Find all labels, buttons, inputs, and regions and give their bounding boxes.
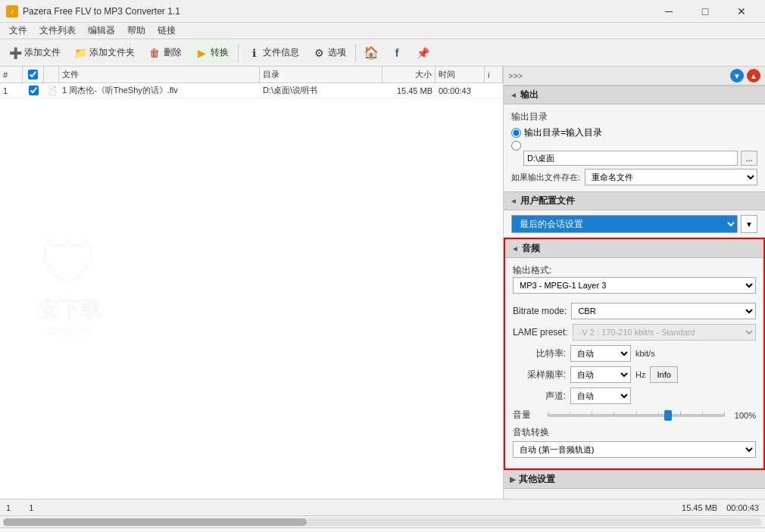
audio-title: 音频	[522, 242, 540, 255]
track-row: 音轨转换 自动 (第一音频轨道)	[513, 426, 756, 462]
volume-slider-thumb[interactable]	[664, 410, 672, 421]
convert-label: 转换	[211, 46, 229, 59]
file-info-icon: ℹ	[248, 47, 260, 59]
dir-input-field[interactable]	[523, 151, 738, 166]
browse-button[interactable]: ...	[741, 151, 757, 166]
maximize-button[interactable]: □	[688, 0, 723, 23]
home-button[interactable]: 🏠	[359, 42, 383, 64]
row-checkbox[interactable]	[29, 86, 39, 95]
track-select[interactable]: 自动 (第一音频轨道)	[513, 441, 756, 458]
row-time: 00:00:43	[436, 83, 485, 98]
other-title: 其他设置	[519, 473, 555, 486]
output-arrow: ◄	[510, 91, 517, 99]
other-header[interactable]: ▶ 其他设置	[504, 470, 765, 489]
sample-unit: Hz	[635, 370, 645, 379]
menu-file[interactable]: 文件	[3, 23, 33, 39]
watermark: 🛡 安下载 anxz.com	[38, 235, 101, 336]
add-folder-button[interactable]: 📁 添加文件夹	[68, 42, 141, 64]
menu-filelist[interactable]: 文件列表	[33, 23, 82, 39]
col-header-dir: 目录	[260, 67, 382, 82]
sample-label: 采样频率:	[513, 369, 566, 381]
panel-scroll-down[interactable]: ▼	[730, 69, 744, 82]
facebook-icon: f	[391, 47, 403, 59]
add-file-button[interactable]: ➕ 添加文件	[3, 42, 67, 64]
panel-top-bar: >>> ▼ ▲	[504, 67, 765, 86]
col-header-check[interactable]	[23, 67, 44, 82]
toolbar: ➕ 添加文件 📁 添加文件夹 🗑 删除 ▶ 转换 ℹ 文件信息 ⚙ 选项 🏠 f…	[0, 39, 765, 67]
radio-same-dir[interactable]: 输出目录=输入目录	[511, 126, 757, 139]
radio-custom-dir-input[interactable]	[511, 141, 521, 151]
bitrate-unit: kbit/s	[635, 349, 655, 358]
panel-arrows: >>>	[508, 71, 523, 80]
bitrate-mode-select[interactable]: CBR	[571, 303, 756, 319]
lame-select[interactable]: -V 2 : 170-210 kbit/s - Standard	[573, 324, 756, 341]
facebook-button[interactable]: f	[385, 42, 409, 64]
status-count1: 1	[6, 503, 11, 512]
profile-select-row: 最后的会话设置 ▼	[511, 215, 757, 233]
channel-select[interactable]: 自动	[570, 387, 631, 404]
horizontal-scrollbar[interactable]	[0, 515, 765, 527]
info-button[interactable]: Info	[650, 366, 677, 383]
convert-icon: ▶	[195, 47, 208, 59]
table-header: # 文件 目录 大小 时间 i	[0, 67, 503, 83]
profile-header[interactable]: ◄ 用户配置文件	[504, 191, 765, 210]
track-label: 音轨转换	[513, 426, 756, 439]
profile-select[interactable]: 最后的会话设置	[511, 215, 738, 233]
file-info-button[interactable]: ℹ 文件信息	[242, 42, 305, 64]
menu-help[interactable]: 帮助	[121, 23, 151, 39]
convert-button[interactable]: ▶ 转换	[189, 42, 235, 64]
volume-row: 音量	[513, 409, 756, 422]
profile-dropdown-button[interactable]: ▼	[741, 215, 757, 233]
format-select[interactable]: MP3 - MPEG-1 Layer 3	[513, 277, 756, 294]
options-button[interactable]: ⚙ 选项	[307, 42, 352, 64]
table-row[interactable]: 1 📄 1 周杰伦-《听TheShy的话》.flv D:\桌面\说明书 15.4…	[0, 83, 503, 98]
exist-row: 如果输出文件存在: 重命名文件	[511, 169, 757, 185]
col-header-icon	[44, 67, 59, 82]
output-header[interactable]: ◄ 输出	[504, 86, 765, 104]
delete-label: 删除	[164, 46, 182, 59]
output-body: 输出目录 输出目录=输入目录 ... 如果输出文件存在:	[504, 104, 765, 191]
audio-header[interactable]: ◄ 音频	[505, 239, 763, 258]
dir-label: 输出目录	[511, 110, 548, 123]
audio-body: 输出格式: MP3 - MPEG-1 Layer 3 Bitrate mode:…	[505, 258, 763, 468]
delete-icon: 🗑	[148, 47, 161, 59]
sample-select[interactable]: 自动	[570, 366, 631, 383]
right-panel: >>> ▼ ▲ ◄ 输出 输出目录 输出目录=输入目录	[504, 67, 765, 499]
output-section: ◄ 输出 输出目录 输出目录=输入目录	[504, 86, 765, 191]
add-folder-label: 添加文件夹	[89, 46, 135, 59]
bitrate-select[interactable]: 自动	[570, 345, 631, 362]
bottom-status-bar: Metadata - Copy metadata from source fil…	[0, 527, 765, 532]
row-num: 1	[0, 83, 23, 98]
lame-row: LAME preset: -V 2 : 170-210 kbit/s - Sta…	[513, 324, 756, 341]
exist-select[interactable]: 重命名文件	[585, 169, 757, 185]
row-check[interactable]	[23, 83, 44, 98]
minimize-button[interactable]: ─	[651, 0, 686, 23]
options-icon: ⚙	[313, 47, 325, 59]
radio-same-dir-input[interactable]	[511, 128, 521, 138]
status-size: 15.45 MB	[682, 503, 717, 512]
menu-editor[interactable]: 编辑器	[82, 23, 121, 39]
row-filename: 1 周杰伦-《听TheShy的话》.flv	[59, 83, 260, 98]
window-title: Pazera Free FLV to MP3 Converter 1.1	[23, 6, 651, 17]
toolbar-sep-1	[238, 44, 239, 62]
radio-custom-dir[interactable]	[511, 141, 757, 151]
col-header-name: 文件	[59, 67, 260, 82]
pin-button[interactable]: 📌	[411, 42, 435, 64]
close-button[interactable]: ✕	[724, 0, 759, 23]
home-icon: 🏠	[365, 47, 377, 59]
row-dir: D:\桌面\说明书	[260, 83, 382, 98]
delete-button[interactable]: 🗑 删除	[142, 42, 188, 64]
dir-input-row: ...	[523, 151, 757, 166]
profile-section: ◄ 用户配置文件 最后的会话设置 ▼	[504, 191, 765, 238]
app-icon: ♪	[6, 5, 18, 17]
lame-label: LAME preset:	[513, 327, 568, 338]
exist-label: 如果输出文件存在:	[511, 172, 580, 183]
select-all-checkbox[interactable]	[28, 70, 38, 79]
scroll-track[interactable]	[3, 518, 762, 526]
toolbar-sep-2	[355, 44, 356, 62]
bitrate-row: 比特率: 自动 kbit/s	[513, 345, 756, 362]
menu-link[interactable]: 链接	[151, 23, 182, 39]
scroll-thumb[interactable]	[3, 518, 307, 526]
file-panel: # 文件 目录 大小 时间 i 🛡 安下载 anxz.com 1	[0, 67, 504, 499]
panel-scroll-up[interactable]: ▲	[747, 69, 760, 82]
